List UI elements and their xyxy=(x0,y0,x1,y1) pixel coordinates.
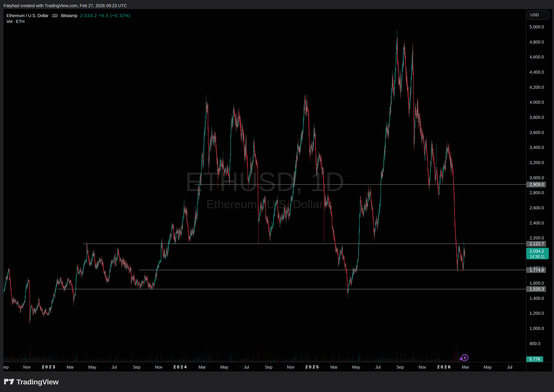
svg-text:TradingView: TradingView xyxy=(16,379,59,386)
